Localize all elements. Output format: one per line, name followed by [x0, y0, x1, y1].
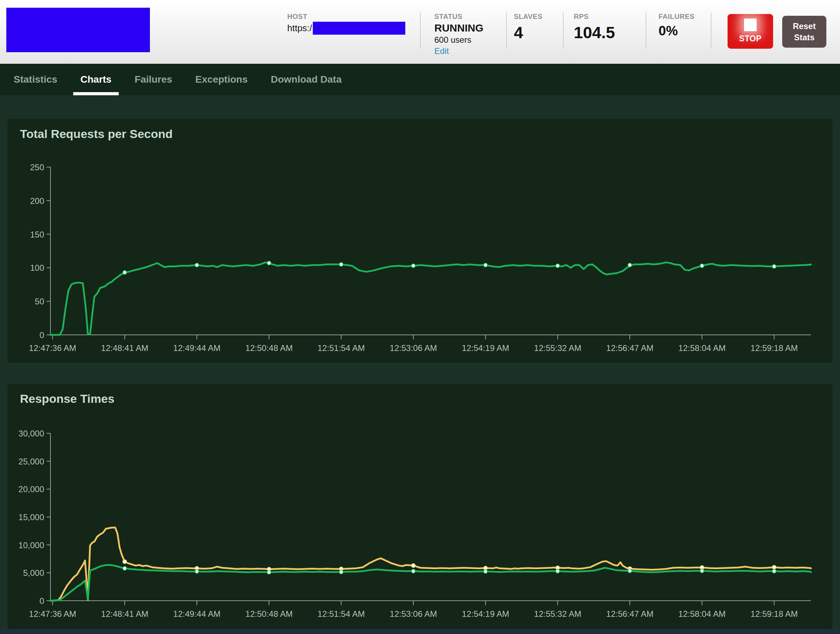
tab-exceptions[interactable]: Exceptions	[188, 64, 255, 95]
logo-redacted	[6, 8, 150, 52]
svg-text:12:50:48 AM: 12:50:48 AM	[246, 609, 293, 618]
svg-text:30,000: 30,000	[19, 429, 44, 438]
svg-text:12:47:36 AM: 12:47:36 AM	[29, 343, 76, 353]
tab-failures[interactable]: Failures	[127, 64, 179, 95]
status-value: RUNNING	[434, 22, 483, 34]
svg-text:12:49:44 AM: 12:49:44 AM	[174, 609, 221, 618]
svg-text:150: 150	[30, 230, 44, 239]
stop-button-label: STOP	[728, 34, 773, 43]
svg-text:12:55:32 AM: 12:55:32 AM	[534, 343, 581, 353]
svg-text:50: 50	[35, 296, 44, 306]
svg-text:0: 0	[39, 596, 44, 606]
svg-text:100: 100	[30, 263, 44, 273]
header-divider	[646, 13, 646, 48]
svg-text:10,000: 10,000	[19, 541, 44, 550]
svg-text:12:50:48 AM: 12:50:48 AM	[246, 343, 293, 353]
rps-label: RPS	[574, 13, 615, 21]
svg-text:12:55:32 AM: 12:55:32 AM	[534, 609, 581, 618]
svg-text:12:59:18 AM: 12:59:18 AM	[751, 609, 798, 618]
svg-text:12:54:19 AM: 12:54:19 AM	[462, 609, 509, 618]
status-block: STATUS RUNNING 600 users Edit	[434, 13, 483, 56]
svg-text:12:51:54 AM: 12:51:54 AM	[318, 343, 365, 353]
rps-value: 104.5	[574, 23, 615, 42]
top-header: HOST https:/ STATUS RUNNING 600 users Ed…	[0, 0, 840, 64]
status-label: STATUS	[434, 13, 483, 21]
host-block: HOST https:/	[287, 13, 405, 35]
header-divider	[563, 13, 564, 48]
edit-link[interactable]: Edit	[434, 46, 483, 56]
svg-text:12:47:36 AM: 12:47:36 AM	[29, 609, 76, 618]
rps-chart-panel: Total Requests per Second 05010015020025…	[8, 119, 832, 363]
rps-chart: 05010015020025012:47:36 AM12:48:41 AM12:…	[8, 120, 833, 363]
tab-statistics[interactable]: Statistics	[6, 64, 65, 95]
stop-icon	[744, 19, 756, 31]
reset-stats-button[interactable]: Reset Stats	[782, 16, 826, 47]
slaves-label: SLAVES	[514, 13, 543, 21]
svg-text:250: 250	[30, 162, 44, 172]
response-times-chart-panel: Response Times 05,00010,00015,00020,0002…	[8, 384, 832, 632]
bottom-edge-strip	[0, 629, 840, 634]
main-nav: Statistics Charts Failures Exceptions Do…	[0, 64, 840, 95]
svg-text:12:48:41 AM: 12:48:41 AM	[101, 609, 148, 618]
slaves-value: 4	[514, 23, 543, 42]
header-divider	[711, 13, 711, 48]
svg-text:20,000: 20,000	[19, 484, 44, 494]
svg-text:12:48:41 AM: 12:48:41 AM	[101, 343, 148, 353]
svg-text:25,000: 25,000	[19, 457, 44, 466]
svg-text:15,000: 15,000	[19, 513, 44, 522]
main-content: Total Requests per Second 05010015020025…	[0, 95, 840, 632]
host-label: HOST	[287, 13, 405, 21]
header-divider	[506, 13, 507, 48]
svg-text:12:59:18 AM: 12:59:18 AM	[751, 343, 798, 353]
tab-charts[interactable]: Charts	[73, 64, 119, 95]
reset-stats-label: Reset Stats	[790, 21, 818, 43]
host-url-prefix: https:/	[287, 23, 312, 34]
svg-text:12:54:19 AM: 12:54:19 AM	[462, 343, 509, 353]
header-divider	[420, 13, 421, 48]
host-url-redacted	[313, 22, 405, 35]
stop-button[interactable]: STOP	[728, 14, 773, 49]
failures-value: 0%	[658, 24, 695, 38]
svg-text:12:56:47 AM: 12:56:47 AM	[606, 343, 654, 353]
slaves-block: SLAVES 4	[514, 13, 543, 42]
svg-text:12:49:44 AM: 12:49:44 AM	[174, 343, 221, 353]
tab-download-data[interactable]: Download Data	[264, 64, 349, 95]
svg-text:12:53:06 AM: 12:53:06 AM	[390, 609, 437, 618]
failures-block: FAILURES 0%	[658, 13, 695, 38]
svg-text:12:58:04 AM: 12:58:04 AM	[679, 343, 726, 353]
failures-label: FAILURES	[658, 13, 695, 21]
svg-text:12:58:04 AM: 12:58:04 AM	[679, 609, 726, 618]
rps-block: RPS 104.5	[574, 13, 615, 42]
status-users: 600 users	[434, 35, 483, 45]
svg-text:12:56:47 AM: 12:56:47 AM	[606, 609, 654, 618]
svg-text:5,000: 5,000	[23, 568, 44, 577]
response-times-chart: 05,00010,00015,00020,00025,00030,00012:4…	[8, 384, 833, 632]
svg-text:12:53:06 AM: 12:53:06 AM	[390, 343, 437, 353]
svg-text:0: 0	[39, 330, 44, 340]
svg-text:200: 200	[30, 196, 44, 206]
svg-text:12:51:54 AM: 12:51:54 AM	[318, 609, 365, 618]
